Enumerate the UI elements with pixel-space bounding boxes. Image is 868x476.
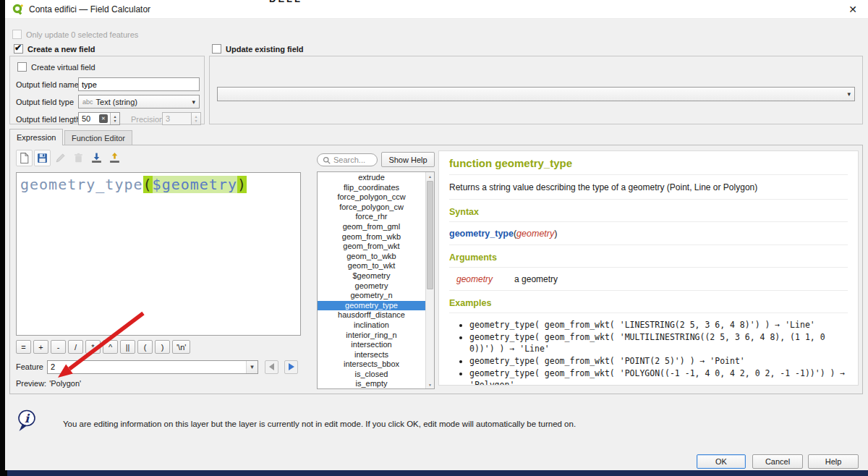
previous-arrow-icon (269, 363, 274, 370)
new-expression-button[interactable] (16, 150, 33, 166)
operator-button[interactable]: ) (155, 340, 170, 354)
operator-buttons: = + - / * ^ || ( ) '\n' (16, 340, 190, 354)
import-arrow-icon (90, 152, 103, 164)
import-expressions-button[interactable] (88, 150, 105, 166)
scrollbar-thumb[interactable] (427, 181, 433, 289)
ok-button[interactable]: OK (697, 454, 746, 469)
background-artifact: DELL (269, 0, 320, 4)
operator-button[interactable]: * (85, 340, 101, 354)
operator-button[interactable]: + (33, 340, 48, 354)
function-list-item[interactable]: geometry_n (318, 291, 425, 301)
spin-down-icon[interactable]: ▾ (114, 119, 116, 123)
function-list-item[interactable]: is_empty (318, 379, 425, 389)
clear-icon[interactable]: ✕ (99, 114, 108, 123)
delete-expression-button (70, 150, 87, 166)
function-list-scrollbar[interactable]: ▲ ▼ (425, 172, 434, 388)
checkbox-icon (12, 30, 22, 39)
function-list-item[interactable]: geometry (318, 281, 425, 292)
update-existing-group: ▾ (209, 56, 863, 124)
spinner-arrows[interactable]: ▴ ▾ (110, 113, 119, 124)
function-list-item[interactable]: geom_to_wkt (318, 261, 425, 271)
function-list-item[interactable]: is_closed (318, 370, 425, 380)
syntax-line: geometry_type(geometry) (449, 229, 848, 245)
output-field-type-value: Text (string) (96, 98, 137, 106)
new-field-group: Create virtual field Output field name O… (9, 56, 205, 124)
checkbox-checked-icon[interactable] (14, 44, 23, 54)
close-icon[interactable]: ✕ (845, 4, 861, 15)
arguments-heading: Arguments (449, 252, 848, 268)
cancel-button[interactable]: Cancel (752, 454, 803, 469)
function-list-item[interactable]: force_polygon_ccw (318, 192, 425, 203)
create-virtual-field-label: Create virtual field (31, 63, 95, 72)
operator-button[interactable]: = (16, 340, 31, 354)
examples-list: geometry_type( geom_from_wkt( 'LINESTRIN… (469, 319, 848, 386)
export-expressions-button[interactable] (106, 150, 123, 166)
function-list-item[interactable]: intersection (318, 340, 425, 350)
argument-row: geometry a geometry (449, 274, 848, 291)
function-list-item-selected[interactable]: geometry_type (318, 301, 425, 311)
function-list-item[interactable]: geom_from_wkb (318, 232, 425, 242)
feature-input[interactable] (48, 361, 246, 373)
previous-feature-button (265, 360, 278, 374)
expression-open-paren: ( (143, 176, 153, 193)
search-placeholder: Search... (333, 156, 365, 164)
function-list-item[interactable]: extrude (318, 173, 425, 183)
checkbox-icon[interactable] (17, 62, 27, 72)
help-button[interactable]: Help (808, 454, 859, 469)
next-feature-button[interactable] (284, 360, 298, 374)
function-list-item[interactable]: geom_to_wkb (318, 252, 425, 262)
operator-button[interactable]: ( (137, 340, 153, 354)
show-help-button[interactable]: Show Help (381, 152, 435, 167)
save-icon (36, 152, 48, 164)
preview-label: Preview: (16, 379, 46, 388)
function-list-item[interactable]: force_polygon_cw (318, 203, 425, 213)
preview-value: 'Polygon' (49, 379, 81, 388)
scroll-up-icon[interactable]: ▲ (426, 172, 434, 180)
precision-label: Precision (131, 115, 163, 124)
feature-label: Feature (16, 362, 47, 371)
function-list-item[interactable]: force_rhr (318, 212, 425, 222)
feature-select[interactable]: ▾ (47, 360, 258, 374)
search-icon (323, 156, 331, 164)
operator-button[interactable]: || (120, 340, 135, 354)
scroll-down-icon[interactable]: ▼ (426, 381, 434, 388)
tab-expression[interactable]: Expression (9, 129, 63, 145)
function-list-item[interactable]: hausdorff_distance (318, 310, 425, 320)
save-expression-button[interactable] (34, 150, 51, 166)
operator-button[interactable]: ^ (103, 340, 118, 354)
function-list-item[interactable]: geom_from_wkt (318, 242, 425, 252)
checkbox-icon[interactable] (212, 44, 221, 54)
operator-button[interactable]: - (51, 340, 66, 354)
function-search[interactable]: Search... (317, 153, 378, 166)
create-new-field-checkbox[interactable]: Create a new field (14, 44, 95, 54)
update-existing-field-checkbox[interactable]: Update existing field (212, 44, 304, 54)
only-update-selected-label: Only update 0 selected features (26, 30, 138, 39)
expression-preview: Preview: 'Polygon' (16, 379, 81, 388)
output-field-type-select[interactable]: abc Text (string) ▾ (78, 95, 200, 109)
tab-function-editor[interactable]: Function Editor (64, 130, 132, 145)
function-list-item[interactable]: intersects (318, 350, 425, 360)
window-title: Conta edifici — Field Calculator (29, 4, 150, 14)
function-list-items: extrude flip_coordinates force_polygon_c… (318, 173, 425, 389)
chevron-down-icon[interactable]: ▾ (246, 361, 258, 373)
function-list-item[interactable]: flip_coordinates (318, 183, 425, 193)
chevron-down-icon[interactable]: ▾ (192, 98, 195, 106)
function-list: extrude flip_coordinates force_polygon_c… (317, 171, 435, 389)
titlebar: Conta edifici — Field Calculator ✕ (5, 0, 868, 19)
operator-button[interactable]: '\n' (172, 340, 190, 354)
info-icon: i (17, 409, 37, 433)
function-list-item[interactable]: geom_from_gml (318, 222, 425, 232)
expression-toolbar (16, 150, 123, 166)
pencil-icon (54, 152, 67, 164)
expression-editor[interactable]: geometry_type($geometry) (16, 172, 301, 336)
output-field-length-spinner[interactable]: 50 ✕ ▴ ▾ (78, 112, 120, 125)
argument-description: a geometry (514, 274, 558, 284)
operator-button[interactable]: / (68, 340, 83, 354)
function-list-item[interactable]: inclination (318, 320, 425, 331)
function-list-item[interactable]: intersects_bbox (318, 360, 425, 370)
examples-heading: Examples (449, 298, 848, 313)
function-list-item[interactable]: $geometry (318, 271, 425, 281)
function-list-item[interactable]: interior_ring_n (318, 331, 425, 341)
output-field-name-input[interactable] (78, 77, 200, 91)
create-virtual-field-checkbox[interactable]: Create virtual field (17, 62, 95, 72)
